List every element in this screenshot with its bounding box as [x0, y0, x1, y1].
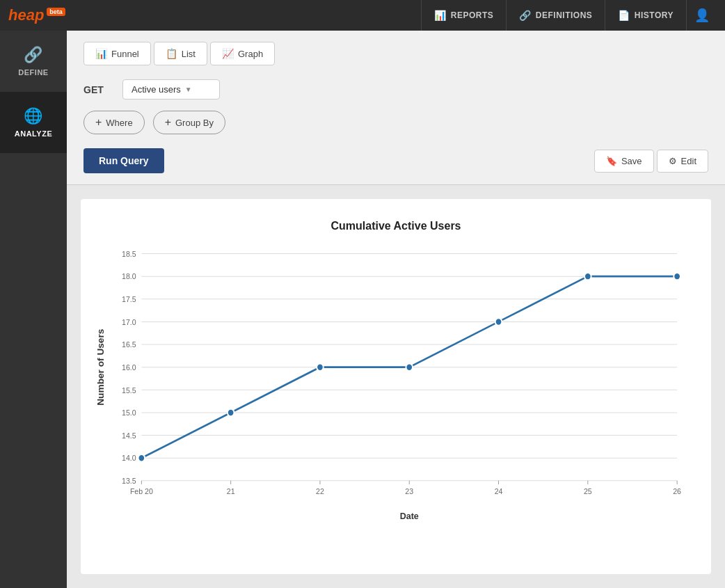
define-icon: 🔗	[24, 46, 43, 64]
logo-text: heap	[8, 6, 44, 24]
funnel-tab[interactable]: 📊 Funnel	[83, 42, 151, 65]
chart-container: Cumulative Active Users 13.514.014.515.0…	[81, 199, 711, 574]
list-tab[interactable]: 📋 List	[154, 42, 207, 65]
chart-title: Cumulative Active Users	[95, 220, 697, 232]
svg-text:17.0: 17.0	[122, 317, 136, 326]
main-layout: 🔗 Define 🌐 Analyze 📊 Funnel 📋 List	[0, 31, 725, 588]
definitions-label: Definitions	[536, 10, 593, 20]
funnel-icon: 📊	[95, 48, 107, 59]
sidebar-item-analyze-label: Analyze	[15, 129, 52, 138]
content-area: 📊 Funnel 📋 List 📈 Graph GET Active users…	[67, 31, 725, 588]
save-button[interactable]: 🔖 Save	[594, 150, 654, 173]
view-tabs: 📊 Funnel 📋 List 📈 Graph	[83, 42, 708, 65]
svg-text:18.5: 18.5	[122, 249, 136, 258]
history-icon: 📄	[618, 10, 630, 21]
logo: heap beta	[8, 6, 75, 24]
query-panel: 📊 Funnel 📋 List 📈 Graph GET Active users…	[67, 31, 725, 185]
history-nav-link[interactable]: 📄 History	[605, 0, 686, 31]
svg-text:14.5: 14.5	[122, 431, 136, 440]
svg-point-42	[495, 318, 502, 326]
right-actions: 🔖 Save ⚙ Edit	[594, 150, 708, 173]
query-row: GET Active users ▼	[83, 79, 708, 100]
svg-point-43	[584, 273, 591, 280]
svg-text:16.0: 16.0	[122, 363, 136, 372]
edit-icon: ⚙	[669, 156, 677, 166]
filter-row: + Where + Group By	[83, 111, 708, 134]
definitions-icon: 🔗	[519, 10, 532, 21]
graph-tab[interactable]: 📈 Graph	[210, 42, 275, 65]
edit-button[interactable]: ⚙ Edit	[657, 150, 708, 173]
svg-text:23: 23	[405, 486, 413, 495]
svg-point-40	[317, 363, 324, 371]
svg-text:18.0: 18.0	[122, 272, 136, 281]
run-query-label: Run Query	[99, 155, 149, 166]
group-by-label: Group By	[175, 118, 214, 128]
reports-nav-link[interactable]: 📊 Reports	[421, 0, 506, 31]
run-query-button[interactable]: Run Query	[83, 148, 164, 173]
selector-text: Active users	[132, 84, 181, 95]
svg-point-38	[138, 454, 145, 462]
group-by-plus-icon: +	[165, 116, 171, 129]
save-label: Save	[621, 156, 642, 166]
sidebar: 🔗 Define 🌐 Analyze	[0, 31, 67, 588]
definitions-nav-link[interactable]: 🔗 Definitions	[506, 0, 605, 31]
user-icon: 👤	[694, 8, 710, 23]
list-tab-label: List	[182, 49, 196, 59]
history-label: History	[635, 10, 674, 20]
svg-text:Number of Users: Number of Users	[96, 329, 106, 406]
svg-text:17.5: 17.5	[122, 295, 136, 304]
svg-text:25: 25	[584, 486, 592, 495]
svg-text:Date: Date	[400, 510, 419, 521]
reports-icon: 📊	[434, 10, 447, 21]
where-plus-icon: +	[95, 116, 102, 129]
group-by-button[interactable]: + Group By	[153, 111, 225, 134]
svg-text:15.5: 15.5	[122, 386, 136, 395]
analyze-icon: 🌐	[24, 107, 43, 125]
top-nav: heap beta 📊 Reports 🔗 Definitions 📄 Hist…	[0, 0, 725, 31]
action-row: Run Query 🔖 Save ⚙ Edit	[83, 148, 708, 173]
nav-links: 📊 Reports 🔗 Definitions 📄 History 👤	[421, 0, 717, 31]
active-users-selector[interactable]: Active users ▼	[122, 79, 220, 100]
list-icon: 📋	[166, 48, 177, 59]
line-chart: 13.514.014.515.015.516.016.517.017.518.0…	[95, 246, 697, 525]
svg-text:24: 24	[495, 486, 503, 495]
chart-wrap: 13.514.014.515.015.516.016.517.017.518.0…	[95, 246, 697, 525]
sidebar-item-analyze[interactable]: 🌐 Analyze	[0, 92, 67, 153]
beta-badge: beta	[47, 8, 65, 16]
chevron-down-icon: ▼	[185, 86, 192, 93]
svg-text:14.0: 14.0	[122, 454, 136, 463]
get-label: GET	[83, 84, 111, 95]
svg-text:26: 26	[673, 486, 681, 495]
where-button[interactable]: + Where	[83, 111, 145, 134]
graph-icon: 📈	[222, 48, 234, 59]
where-label: Where	[106, 118, 132, 128]
graph-tab-label: Graph	[238, 49, 263, 59]
svg-text:Feb 20: Feb 20	[130, 486, 153, 495]
funnel-tab-label: Funnel	[111, 49, 139, 59]
svg-text:15.0: 15.0	[122, 408, 136, 418]
edit-label: Edit	[681, 156, 696, 166]
reports-label: Reports	[451, 10, 494, 20]
svg-text:16.5: 16.5	[122, 340, 136, 349]
svg-point-41	[406, 363, 413, 371]
user-menu-button[interactable]: 👤	[686, 0, 717, 31]
svg-text:22: 22	[316, 486, 324, 495]
svg-point-44	[674, 273, 680, 280]
svg-text:13.5: 13.5	[122, 477, 136, 486]
sidebar-item-define-label: Define	[18, 68, 48, 77]
svg-text:21: 21	[227, 486, 235, 495]
svg-point-39	[228, 409, 234, 417]
sidebar-item-define[interactable]: 🔗 Define	[0, 31, 67, 92]
save-icon: 🔖	[606, 156, 617, 166]
